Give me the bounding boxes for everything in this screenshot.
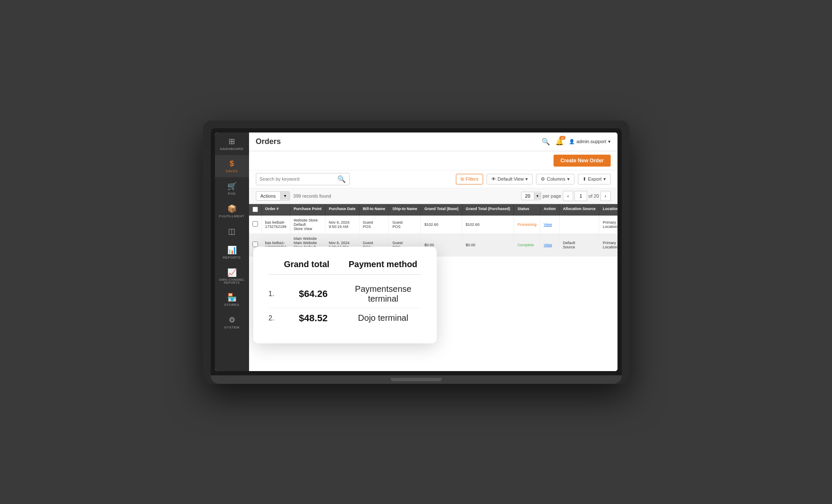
search-input[interactable] xyxy=(260,176,335,181)
row2-location: PrimaryLocation xyxy=(599,233,617,256)
popup-row-1: 1. $64.26 Paymentsense terminal xyxy=(269,280,421,308)
next-page-button[interactable]: › xyxy=(600,191,611,201)
row1-grand-total-purchased: $102.60 xyxy=(462,216,514,234)
col-purchase-date: Purchase Date xyxy=(325,204,359,216)
search-input-wrapper: 🔍 xyxy=(256,173,350,185)
default-view-label: Default View xyxy=(498,176,524,181)
col-bill-to: Bill-to Name xyxy=(359,204,389,216)
user-menu[interactable]: 👤 admin.support ▾ xyxy=(569,139,611,144)
actions-label: Actions xyxy=(256,192,280,200)
sidebar-item-reports[interactable]: 📊 REPORTS xyxy=(215,241,249,264)
col-location: Location xyxy=(599,204,617,216)
row1-location: PrimaryLocation xyxy=(599,216,617,234)
sidebar-dashboard-label: DASHBOARD xyxy=(220,147,244,151)
export-button[interactable]: ⬆ Export ▾ xyxy=(578,174,611,184)
row2-grand-total-purchased: $0.00 xyxy=(462,233,514,256)
filter-controls: ⧉ Filters 👁 Default View ▾ ⚙ Columns ▾ xyxy=(456,174,611,184)
row2-select[interactable] xyxy=(252,242,258,247)
top-bar-right: 🔍 🔔 16 👤 admin.support ▾ xyxy=(542,138,611,146)
export-icon: ⬆ xyxy=(583,176,586,182)
row1-view-link[interactable]: View xyxy=(544,222,552,227)
notification-bell[interactable]: 🔔 16 xyxy=(555,138,564,146)
filter-bar: 🔍 ⧉ Filters 👁 Default View ▾ xyxy=(249,170,617,188)
per-page-arrow[interactable]: ▾ xyxy=(534,193,541,199)
omni-icon: 📈 xyxy=(227,268,237,277)
payment-popup: Grand total Payment method 1. $64.26 Pay… xyxy=(253,247,437,343)
row2-action: View xyxy=(540,233,559,256)
select-all-checkbox[interactable] xyxy=(252,207,258,212)
user-label: admin.support xyxy=(577,139,606,144)
sidebar-item-extra[interactable]: ◫ xyxy=(215,222,249,241)
sidebar-item-sales[interactable]: $ SALES xyxy=(215,155,249,177)
sidebar-stores-label: STORES xyxy=(224,303,240,307)
col-order-num: Order # xyxy=(261,204,290,216)
filters-button[interactable]: ⧉ Filters xyxy=(456,174,483,184)
sidebar-system-label: SYSTEM xyxy=(224,325,240,329)
table-row: bas ketba9-1732762199 Website StoreDefau… xyxy=(249,216,617,234)
sidebar-item-fulfillment[interactable]: 📦 FULFILLMENT xyxy=(215,200,249,222)
popup-grand-total-header: Grand total xyxy=(269,259,345,269)
page-title: Orders xyxy=(256,137,281,146)
per-page-value: 20 xyxy=(522,192,533,200)
prev-page-button[interactable]: ‹ xyxy=(563,191,573,201)
sidebar-item-omni[interactable]: 📈 OMNI-CHANNELREPORTS xyxy=(215,264,249,288)
search-icon[interactable]: 🔍 xyxy=(542,138,550,146)
col-action: Action xyxy=(540,204,559,216)
top-bar: Orders 🔍 🔔 16 👤 admin.support ▾ xyxy=(249,132,617,151)
popup-row2-method: Dojo terminal xyxy=(345,313,421,323)
default-view-button[interactable]: 👁 Default View ▾ xyxy=(487,174,533,184)
row1-ship-to: GuestPOS xyxy=(389,216,421,234)
col-checkbox xyxy=(249,204,262,216)
total-pages-label: of 20 xyxy=(588,193,599,199)
popup-row1-num: 1. xyxy=(269,290,281,298)
row1-checkbox xyxy=(249,216,262,234)
col-purchase-point: Purchase Point xyxy=(290,204,325,216)
columns-label: Columns xyxy=(547,176,565,181)
system-icon: ⚙ xyxy=(229,315,235,325)
create-order-button[interactable]: Create New Order xyxy=(554,155,610,167)
columns-button[interactable]: ⚙ Columns ▾ xyxy=(536,174,574,184)
popup-divider xyxy=(269,274,421,275)
orders-table-container: Order # Purchase Point Purchase Date Bil… xyxy=(249,204,617,371)
records-found: 399 records found xyxy=(293,193,331,199)
sidebar-item-pos[interactable]: 🛒 POS xyxy=(215,177,249,200)
row1-grand-total-base: $102.60 xyxy=(421,216,462,234)
filters-label: Filters xyxy=(466,176,478,181)
page-number-input[interactable] xyxy=(574,191,587,201)
columns-arrow: ▾ xyxy=(567,176,570,182)
actions-dropdown-arrow[interactable]: ▾ xyxy=(280,192,290,200)
sidebar-item-system[interactable]: ⚙ SYSTEM xyxy=(215,311,249,334)
filter-icon: ⧉ xyxy=(461,176,464,182)
popup-row1-amount: $64.26 xyxy=(290,288,337,300)
search-submit-icon[interactable]: 🔍 xyxy=(337,175,346,183)
extra-icon: ◫ xyxy=(228,227,235,236)
actions-bar: Actions ▾ 399 records found 20 ▾ per pag… xyxy=(249,188,617,204)
sidebar-fulfillment-label: FULFILLMENT xyxy=(219,214,244,218)
sidebar-pos-label: POS xyxy=(228,192,235,196)
row2-allocation: DefaultSource xyxy=(559,233,599,256)
popup-row1-method: Paymentsense terminal xyxy=(345,284,421,304)
sidebar-item-dashboard[interactable]: ⊞ DASHBOARD xyxy=(215,132,249,155)
eye-icon: 👁 xyxy=(491,176,496,181)
popup-row-2: 2. $48.52 Dojo terminal xyxy=(269,308,421,328)
row1-allocation xyxy=(559,216,599,234)
sidebar: ⊞ DASHBOARD $ SALES 🛒 POS 📦 FULFILLMENT … xyxy=(215,132,249,371)
sidebar-omni-label: OMNI-CHANNELREPORTS xyxy=(219,278,244,284)
sidebar-item-stores[interactable]: 🏪 STORES xyxy=(215,288,249,311)
row2-view-link[interactable]: View xyxy=(544,243,552,247)
toolbar: Create New Order xyxy=(249,151,617,170)
sales-icon: $ xyxy=(229,159,234,168)
pagination: 20 ▾ per page ‹ of 20 › xyxy=(521,191,610,201)
page-nav: ‹ of 20 › xyxy=(563,191,610,201)
export-arrow: ▾ xyxy=(603,176,606,182)
col-grand-total-purchased: Grand Total (Purchased) xyxy=(462,204,514,216)
main-content: Orders 🔍 🔔 16 👤 admin.support ▾ xyxy=(249,132,617,371)
notification-badge: 16 xyxy=(559,136,565,140)
columns-icon: ⚙ xyxy=(541,176,545,182)
row1-select[interactable] xyxy=(252,221,258,227)
col-status: Status xyxy=(514,204,540,216)
user-avatar-icon: 👤 xyxy=(569,139,575,144)
pos-icon: 🛒 xyxy=(227,181,237,191)
export-label: Export xyxy=(588,176,602,181)
default-view-arrow: ▾ xyxy=(525,176,528,182)
